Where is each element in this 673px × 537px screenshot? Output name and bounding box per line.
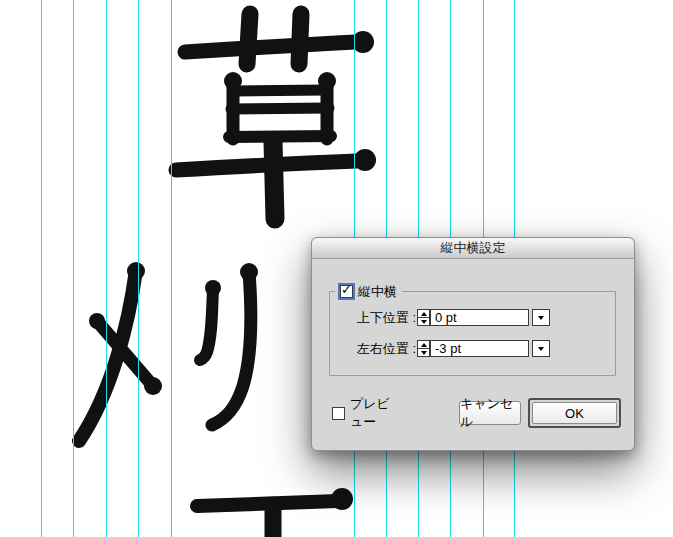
ok-button-default-ring: OK xyxy=(528,398,621,428)
dropdown-arrow-icon xyxy=(538,316,544,320)
horizontal-position-label: 左右位置 : xyxy=(353,340,416,358)
vertical-position-label: 上下位置 : xyxy=(353,309,416,327)
preview-checkbox-label: プレビュー xyxy=(350,395,396,431)
horizontal-position-dropdown-button[interactable] xyxy=(532,340,550,357)
horizontal-position-stepper xyxy=(417,340,430,357)
cancel-button[interactable]: キャンセル xyxy=(459,401,521,425)
horizontal-position-input[interactable] xyxy=(430,340,529,357)
tatechuyoko-group-frame: ✓ 縦中横 上下位置 : 左右位置 : xyxy=(329,291,616,376)
ok-button[interactable]: OK xyxy=(532,402,617,424)
guide-line[interactable] xyxy=(41,0,42,537)
triangle-down-icon xyxy=(421,351,427,355)
stepper-down-button[interactable] xyxy=(418,349,429,356)
guide-line[interactable] xyxy=(73,0,74,537)
vertical-position-dropdown-button[interactable] xyxy=(532,309,550,326)
dialog-button-row: プレビュー キャンセル OK xyxy=(332,398,621,428)
tatechuyoko-checkbox-label: 縦中横 xyxy=(358,283,397,301)
dialog-titlebar[interactable]: 縦中横設定 xyxy=(312,238,634,259)
glyph-kusa[interactable] xyxy=(176,14,376,219)
dialog-title: 縦中横設定 xyxy=(441,239,506,257)
glyph-partial-bottom[interactable] xyxy=(197,488,353,537)
dropdown-arrow-icon xyxy=(538,347,544,351)
stepper-up-button[interactable] xyxy=(418,310,429,318)
glyph-me[interactable] xyxy=(79,262,162,441)
vertical-position-stepper xyxy=(417,309,430,326)
guide-line[interactable] xyxy=(106,0,107,537)
vertical-position-row: 上下位置 : xyxy=(353,308,550,327)
triangle-up-icon xyxy=(421,343,427,347)
checkmark-icon: ✓ xyxy=(341,283,352,296)
stepper-down-button[interactable] xyxy=(418,318,429,325)
stepper-up-button[interactable] xyxy=(418,341,429,349)
vertical-position-input[interactable] xyxy=(430,309,529,326)
triangle-down-icon xyxy=(421,320,427,324)
triangle-up-icon xyxy=(421,312,427,316)
tatechuyoko-settings-dialog: 縦中横設定 ✓ 縦中横 上下位置 : 左右位 xyxy=(311,237,635,451)
tatechuyoko-checkbox[interactable]: ✓ xyxy=(340,285,353,298)
preview-checkbox[interactable] xyxy=(332,407,345,420)
horizontal-position-row: 左右位置 : xyxy=(353,339,550,358)
glyph-ri[interactable] xyxy=(200,263,258,425)
document-canvas[interactable]: 縦中横設定 ✓ 縦中横 上下位置 : 左右位 xyxy=(0,0,673,537)
guide-line[interactable] xyxy=(171,0,172,537)
tatechuyoko-legend: ✓ 縦中横 xyxy=(335,283,402,300)
guide-line[interactable] xyxy=(138,0,139,537)
